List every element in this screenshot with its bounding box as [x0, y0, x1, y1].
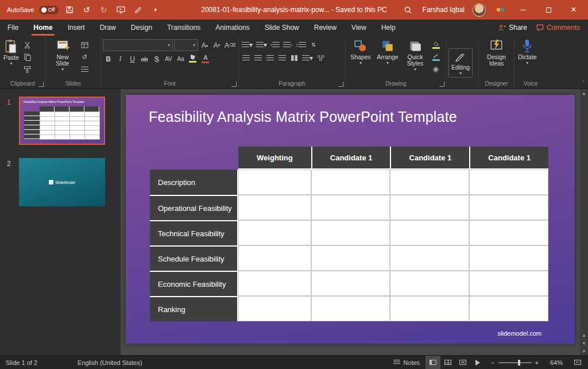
text-direction-button[interactable]: ⇅	[308, 39, 319, 50]
tab-animations[interactable]: Animations	[208, 20, 257, 36]
table-cell[interactable]	[469, 245, 548, 271]
zoom-slider-thumb[interactable]	[518, 360, 520, 366]
table-row-label[interactable]: Ranking	[150, 296, 238, 321]
table-row-label[interactable]: Economic Feasibility	[150, 271, 238, 296]
slide-sorter-view-button[interactable]	[440, 356, 455, 369]
table-row-label[interactable]: Operational Feasibility	[150, 195, 238, 220]
quick-styles-button[interactable]: Quick Styles ▾	[401, 37, 429, 72]
tab-design[interactable]: Design	[123, 20, 160, 36]
notes-toggle[interactable]: Notes	[388, 356, 425, 369]
font-dialog-launcher[interactable]	[231, 82, 237, 87]
format-painter-button[interactable]	[21, 64, 34, 75]
table-cell[interactable]	[311, 271, 390, 296]
highlight-color-button[interactable]	[187, 53, 199, 64]
table-cell[interactable]	[469, 296, 548, 321]
table-cell[interactable]	[469, 271, 548, 296]
bold-button[interactable]: B	[103, 53, 114, 64]
fit-to-window-button[interactable]	[568, 356, 588, 369]
table-header-candidate-2[interactable]: Candidate 1	[390, 147, 469, 170]
tab-review[interactable]: Review	[307, 20, 344, 36]
cut-button[interactable]	[21, 40, 34, 51]
start-presentation-icon[interactable]	[115, 3, 127, 16]
shapes-button[interactable]: Shapes ▾	[347, 37, 374, 66]
convert-to-smartart-button[interactable]	[315, 52, 326, 63]
columns-button[interactable]	[289, 52, 300, 63]
collapse-ribbon-icon[interactable]: ˆ	[582, 80, 585, 87]
arrange-button[interactable]: Arrange ▾	[374, 37, 401, 66]
slide-show-button[interactable]	[470, 356, 485, 369]
table-cell[interactable]	[311, 245, 390, 271]
minimize-icon[interactable]	[514, 3, 532, 17]
zoom-level[interactable]: 64%	[544, 356, 568, 369]
table-cell[interactable]	[238, 245, 311, 271]
table-cell[interactable]	[311, 296, 390, 321]
tab-insert[interactable]: Insert	[60, 20, 92, 36]
table-cell[interactable]	[390, 271, 469, 296]
tab-home[interactable]: Home	[26, 20, 60, 36]
increase-font-size-button[interactable]: A▴	[199, 40, 210, 51]
avatar[interactable]	[473, 3, 486, 17]
table-cell[interactable]	[311, 220, 390, 245]
table-header-candidate-3[interactable]: Candidate 1	[469, 147, 548, 170]
table-cell[interactable]	[238, 170, 311, 195]
shape-outline-button[interactable]	[429, 52, 443, 63]
scroll-down-icon[interactable]: ▼	[580, 347, 588, 355]
decrease-indent-button[interactable]: ‹	[269, 39, 281, 50]
decrease-font-size-button[interactable]: A▾	[211, 40, 222, 51]
share-button[interactable]: Share	[498, 24, 527, 32]
table-cell[interactable]	[311, 195, 390, 220]
underline-button[interactable]: U	[127, 53, 138, 64]
vertical-scrollbar[interactable]: ▲ ▲ ▼ ▼	[580, 89, 588, 355]
previous-slide-icon[interactable]: ▲	[580, 331, 588, 339]
table-cell[interactable]	[469, 195, 548, 220]
table-cell[interactable]	[238, 220, 311, 245]
display-settings-icon[interactable]	[494, 3, 506, 16]
redo-icon[interactable]: ↻	[98, 3, 110, 16]
table-cell[interactable]	[238, 195, 311, 220]
table-cell[interactable]	[390, 296, 469, 321]
align-left-button[interactable]	[241, 52, 252, 63]
search-icon[interactable]	[402, 3, 415, 16]
slide-thumbnail-2[interactable]: SlideModel	[19, 158, 105, 206]
clear-formatting-button[interactable]: A⌫	[223, 40, 237, 51]
tab-slide-show[interactable]: Slide Show	[257, 20, 307, 36]
italic-button[interactable]: I	[115, 53, 126, 64]
new-slide-button[interactable]: New Slide ▾	[48, 37, 78, 72]
undo-icon[interactable]: ↺	[80, 3, 93, 16]
save-icon[interactable]	[63, 3, 76, 16]
shape-fill-button[interactable]	[429, 40, 443, 51]
section-button[interactable]	[78, 64, 91, 75]
customize-qat-chevron-icon[interactable]: ▾	[149, 3, 162, 16]
scroll-up-icon[interactable]: ▲	[580, 89, 588, 97]
table-cell[interactable]	[238, 271, 311, 296]
bullets-button[interactable]: ▾	[241, 39, 254, 50]
increase-indent-button[interactable]: ›	[282, 39, 293, 50]
editing-button[interactable]: Editing ▾	[448, 48, 473, 78]
slide-footer-url[interactable]: slidemodel.com	[498, 330, 541, 337]
numbering-button[interactable]: ▾	[255, 39, 268, 50]
table-row-label[interactable]: Description	[150, 170, 238, 195]
paragraph-dialog-launcher[interactable]	[338, 82, 343, 87]
font-size-select[interactable]: ▾	[174, 39, 198, 51]
paste-button[interactable]: Paste ▾	[2, 37, 21, 66]
slide-title[interactable]: Feasibility Analysis Matrix PowerPoint T…	[149, 109, 457, 125]
change-case-button[interactable]: Aa	[175, 53, 186, 64]
table-cell[interactable]	[390, 170, 469, 195]
character-spacing-button[interactable]: AV	[163, 53, 174, 64]
zoom-slider[interactable]	[498, 362, 532, 363]
zoom-in-button[interactable]: +	[535, 356, 544, 369]
table-cell[interactable]	[390, 195, 469, 220]
align-right-button[interactable]	[265, 52, 276, 63]
font-name-select[interactable]: ▾	[103, 39, 173, 51]
zoom-out-button[interactable]: −	[485, 356, 494, 369]
tab-transitions[interactable]: Transitions	[160, 20, 208, 36]
table-header-weighting[interactable]: Weighting	[238, 147, 311, 170]
slide-layout-button[interactable]	[78, 40, 91, 51]
next-slide-icon[interactable]: ▼	[580, 339, 588, 347]
align-center-button[interactable]	[253, 52, 264, 63]
dictate-button[interactable]: Dictate ▾	[516, 37, 539, 66]
justify-button[interactable]	[277, 52, 288, 63]
tab-view[interactable]: View	[344, 20, 374, 36]
language-button[interactable]: English (United States)	[72, 356, 148, 369]
draw-pen-icon[interactable]	[132, 3, 145, 16]
